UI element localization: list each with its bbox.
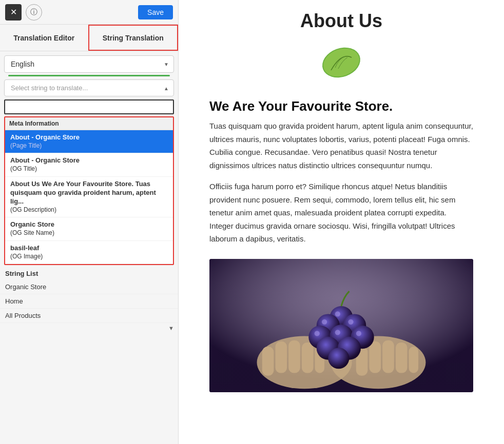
dropdown-item-2[interactable]: About Us We Are Your Favourite Store. Tu… xyxy=(5,177,173,217)
store-heading: We Are Your Favourite Store. xyxy=(179,88,504,119)
top-bar: ✕ ⓘ Save xyxy=(0,0,178,25)
svg-rect-9 xyxy=(302,342,314,373)
svg-point-28 xyxy=(315,331,320,336)
leaf-illustration xyxy=(179,37,504,88)
dropdown-item-2-title: About Us We Are Your Favourite Store. Tu… xyxy=(10,180,168,206)
dropdown-item-4-subtitle: (OG Image) xyxy=(10,253,168,261)
dropdown-item-4[interactable]: basil-leaf (OG Image) xyxy=(5,241,173,264)
dropdown-item-1-title: About - Organic Store xyxy=(10,156,168,165)
svg-rect-7 xyxy=(276,341,287,373)
search-input[interactable] xyxy=(4,99,174,114)
svg-rect-12 xyxy=(369,341,381,373)
right-panel: About Us We Are Your Favourite Store. Tu… xyxy=(179,0,504,444)
close-button[interactable]: ✕ xyxy=(5,4,22,21)
dropdown-section-header: Meta Information xyxy=(5,117,173,130)
string-list-item-0[interactable]: Organic Store xyxy=(0,280,178,294)
language-select-wrap: English French Spanish German xyxy=(0,51,178,76)
string-list-scroll-container: Organic Store Home All Products ▼ xyxy=(0,280,178,333)
paragraph-2: Officiis fuga harum porro et? Similique … xyxy=(179,180,504,254)
dropdown-item-3[interactable]: Organic Store (OG Site Name) xyxy=(5,217,173,240)
dropdown-item-1[interactable]: About - Organic Store (OG Title) xyxy=(5,153,173,176)
svg-rect-6 xyxy=(262,347,274,376)
dropdown-item-4-title: basil-leaf xyxy=(10,244,168,253)
string-list-item-2[interactable]: All Products xyxy=(0,309,178,323)
svg-point-29 xyxy=(335,330,340,335)
paragraph-1: Tuas quisquam quo gravida proident harum… xyxy=(179,119,504,180)
tab-translation-editor[interactable]: Translation Editor xyxy=(0,25,88,51)
info-button[interactable]: ⓘ xyxy=(26,4,42,21)
language-select[interactable]: English French Spanish German xyxy=(4,55,174,73)
grapes-image xyxy=(209,259,473,392)
string-select-wrap: Select string to translate... xyxy=(0,76,178,98)
string-list-header: String List xyxy=(0,267,178,280)
string-select-container: Select string to translate... xyxy=(4,79,174,96)
string-list-section: String List Organic Store Home All Produ… xyxy=(0,265,178,444)
grapes-hands-illustration xyxy=(209,259,473,392)
dropdown-item-3-subtitle: (OG Site Name) xyxy=(10,229,168,237)
tab-string-translation[interactable]: String Translation xyxy=(88,25,179,51)
page-title: About Us xyxy=(179,0,504,37)
svg-point-30 xyxy=(356,331,361,336)
search-wrap xyxy=(0,98,178,116)
save-button[interactable]: Save xyxy=(138,5,173,19)
tab-row: Translation Editor String Translation xyxy=(0,25,178,51)
language-select-container: English French Spanish German xyxy=(4,55,174,73)
svg-rect-8 xyxy=(288,340,300,373)
svg-rect-15 xyxy=(409,347,419,373)
dropdown-list: Meta Information About - Organic Store (… xyxy=(4,116,174,265)
svg-rect-13 xyxy=(382,340,394,373)
left-panel: ✕ ⓘ Save Translation Editor String Trans… xyxy=(0,0,179,444)
svg-point-24 xyxy=(328,348,349,369)
svg-point-1 xyxy=(319,44,363,81)
dropdown-item-0-title: About - Organic Store xyxy=(10,133,168,142)
dropdown-item-0-subtitle: (Page Title) xyxy=(10,142,168,150)
string-list-item-1[interactable]: Home xyxy=(0,294,178,309)
scroll-down-arrow: ▼ xyxy=(168,325,174,331)
svg-point-26 xyxy=(322,319,327,324)
dropdown-item-0[interactable]: About - Organic Store (Page Title) xyxy=(5,130,173,153)
string-select[interactable]: Select string to translate... xyxy=(4,79,174,96)
svg-point-27 xyxy=(348,319,353,324)
svg-rect-14 xyxy=(396,342,408,373)
svg-point-25 xyxy=(335,311,340,316)
leaf-icon xyxy=(316,42,367,83)
dropdown-item-1-subtitle: (OG Title) xyxy=(10,165,168,173)
dropdown-item-2-subtitle: (OG Description) xyxy=(10,206,168,214)
dropdown-item-3-title: Organic Store xyxy=(10,220,168,229)
